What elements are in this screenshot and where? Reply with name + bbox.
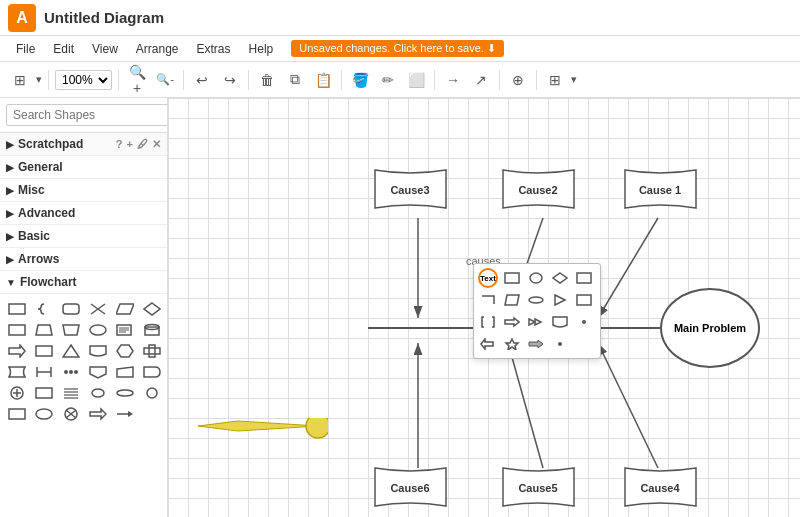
shape-small-oval[interactable] xyxy=(87,384,109,402)
shape-cross-circle[interactable] xyxy=(60,405,82,423)
canvas-area[interactable]: causes Text xyxy=(168,98,800,517)
shape-rect5[interactable] xyxy=(6,405,28,423)
duplicate-btn[interactable]: ⧉ xyxy=(283,68,307,92)
connector-btn[interactable]: → xyxy=(441,68,465,92)
insert-btn[interactable]: ⊕ xyxy=(506,68,530,92)
sidebar-item-advanced[interactable]: ▶ Advanced xyxy=(0,202,167,225)
redo-btn[interactable]: ↪ xyxy=(218,68,242,92)
shape-trapezoid[interactable] xyxy=(33,321,55,339)
line-btn[interactable]: ✏ xyxy=(376,68,400,92)
picker-rect3[interactable] xyxy=(574,290,594,310)
shape-trapezoid2[interactable] xyxy=(60,321,82,339)
menu-file[interactable]: File xyxy=(8,40,43,58)
shape-curly-brace[interactable] xyxy=(33,300,55,318)
picker-thick-arrow[interactable] xyxy=(526,334,546,354)
undo-btn[interactable]: ↩ xyxy=(190,68,214,92)
shape-offpage[interactable] xyxy=(87,363,109,381)
shape-lines[interactable] xyxy=(60,384,82,402)
picker-back-arrow[interactable] xyxy=(478,334,498,354)
zoom-select[interactable]: 100%75%50%150%200% xyxy=(55,70,112,90)
menu-view[interactable]: View xyxy=(84,40,126,58)
chevron-icon: ▶ xyxy=(6,254,14,265)
copy-btn[interactable]: 📋 xyxy=(311,68,335,92)
shape-arrow-right[interactable] xyxy=(6,342,28,360)
picker-circle[interactable] xyxy=(526,268,546,288)
shape-ellipse[interactable] xyxy=(87,321,109,339)
waypoint-btn[interactable]: ↗ xyxy=(469,68,493,92)
scratchpad-add[interactable]: + xyxy=(127,138,133,151)
menu-arrange[interactable]: Arrange xyxy=(128,40,187,58)
delete-btn[interactable]: 🗑 xyxy=(255,68,279,92)
toolbar: ⊞ ▾ 100%75%50%150%200% 🔍+ 🔍- ↩ ↪ 🗑 ⧉ 📋 🪣… xyxy=(0,62,800,98)
page-btn[interactable]: ⊞ xyxy=(8,68,32,92)
picker-dot2[interactable] xyxy=(550,334,570,354)
picker-rect2[interactable] xyxy=(574,268,594,288)
shape-rect[interactable] xyxy=(6,300,28,318)
shape-right-arrow2[interactable] xyxy=(114,405,136,423)
picker-rect[interactable] xyxy=(502,268,522,288)
cause3-shape[interactable]: Cause3 xyxy=(373,168,448,220)
picker-star[interactable] xyxy=(502,334,522,354)
picker-dot[interactable] xyxy=(574,312,594,332)
shape-oval2[interactable] xyxy=(33,405,55,423)
picker-play[interactable] xyxy=(550,290,570,310)
shape-doc[interactable] xyxy=(87,342,109,360)
sidebar-item-flowchart[interactable]: ▼ Flowchart xyxy=(0,271,167,294)
picker-doc-shape[interactable] xyxy=(550,312,570,332)
cause5-shape[interactable]: Cause5 xyxy=(501,466,576,517)
shape-wide-oval[interactable] xyxy=(114,384,136,402)
shape-rect4[interactable] xyxy=(33,384,55,402)
cause6-shape[interactable]: Cause6 xyxy=(373,466,448,517)
picker-arrow-right[interactable] xyxy=(502,312,522,332)
menu-help[interactable]: Help xyxy=(241,40,282,58)
main-problem-shape[interactable]: Main Problem xyxy=(660,288,760,368)
cause4-shape[interactable]: Cause4 xyxy=(623,466,698,517)
picker-diamond[interactable] xyxy=(550,268,570,288)
picker-bracket[interactable] xyxy=(478,312,498,332)
fill-btn[interactable]: 🪣 xyxy=(348,68,372,92)
shape-rect3[interactable] xyxy=(33,342,55,360)
scratchpad-help[interactable]: ? xyxy=(116,138,123,151)
cause1-shape[interactable]: Cause 1 xyxy=(623,168,698,220)
shape-parallelogram[interactable] xyxy=(114,300,136,318)
shape-triangle[interactable] xyxy=(60,342,82,360)
shape-bracket[interactable] xyxy=(33,363,55,381)
sidebar-item-scratchpad[interactable]: ▶ Scratchpad ? + 🖊 ✕ xyxy=(0,133,167,156)
shape-rect2[interactable] xyxy=(6,321,28,339)
scratchpad-edit[interactable]: 🖊 xyxy=(137,138,148,151)
picker-corner[interactable] xyxy=(478,290,498,310)
shape-x-shape[interactable] xyxy=(87,300,109,318)
shape-cylinder[interactable] xyxy=(141,321,163,339)
scratchpad-close[interactable]: ✕ xyxy=(152,138,161,151)
picker-oval[interactable] xyxy=(526,290,546,310)
cause2-shape[interactable]: Cause2 xyxy=(501,168,576,220)
shape-delay[interactable] xyxy=(141,363,163,381)
menu-extras[interactable]: Extras xyxy=(189,40,239,58)
shape-plus-circle[interactable] xyxy=(6,384,28,402)
zoom-out-btn[interactable]: 🔍- xyxy=(153,68,177,92)
zoom-in-btn[interactable]: 🔍+ xyxy=(125,68,149,92)
sidebar-item-arrows[interactable]: ▶ Arrows xyxy=(0,248,167,271)
shape-arrow2[interactable] xyxy=(87,405,109,423)
sidebar-item-general[interactable]: ▶ General xyxy=(0,156,167,179)
picker-parallelogram[interactable] xyxy=(502,290,522,310)
shape-picker-popup[interactable]: Text xyxy=(473,263,601,359)
shape-diamond[interactable] xyxy=(141,300,163,318)
shape-banner[interactable] xyxy=(6,363,28,381)
menu-edit[interactable]: Edit xyxy=(45,40,82,58)
shape-hexagon[interactable] xyxy=(114,342,136,360)
shape-dots[interactable] xyxy=(60,363,82,381)
sidebar-item-basic[interactable]: ▶ Basic xyxy=(0,225,167,248)
picker-forward[interactable] xyxy=(526,312,546,332)
shape-cross[interactable] xyxy=(141,342,163,360)
search-input[interactable] xyxy=(6,104,168,126)
shape-manual-input[interactable] xyxy=(114,363,136,381)
picker-text[interactable]: Text xyxy=(478,268,498,288)
shape-rounded-rect[interactable] xyxy=(60,300,82,318)
unsaved-badge[interactable]: Unsaved changes. Click here to save. ⬇ xyxy=(291,40,504,57)
table-btn[interactable]: ⊞ xyxy=(543,68,567,92)
sidebar-item-misc[interactable]: ▶ Misc xyxy=(0,179,167,202)
shape-btn[interactable]: ⬜ xyxy=(404,68,428,92)
shape-note[interactable] xyxy=(114,321,136,339)
shape-circle[interactable] xyxy=(141,384,163,402)
